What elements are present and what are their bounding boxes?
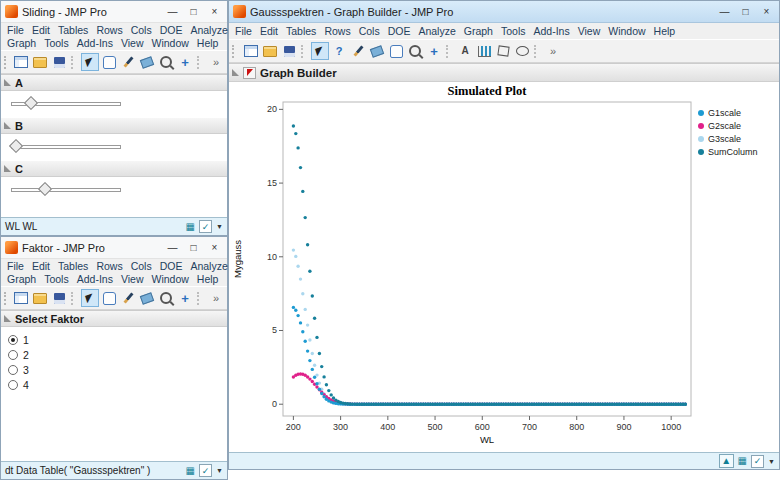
minimize-button[interactable]: —: [162, 240, 183, 255]
close-button[interactable]: ×: [204, 4, 225, 19]
disclosure-triangle-icon[interactable]: [4, 79, 11, 86]
panel-header-a[interactable]: A: [1, 75, 227, 91]
menu-view[interactable]: View: [117, 273, 148, 286]
overflow-tool-icon[interactable]: »: [207, 53, 225, 71]
open-tool-icon[interactable]: [31, 289, 49, 307]
overflow-tool-icon[interactable]: »: [207, 289, 225, 307]
radio-icon[interactable]: [8, 365, 18, 375]
y-axis-label[interactable]: Mygauss: [232, 240, 243, 278]
slider-thumb[interactable]: [9, 139, 23, 153]
menu-edit[interactable]: Edit: [28, 260, 54, 273]
menu-window[interactable]: Window: [604, 24, 649, 39]
arrow-tool-icon[interactable]: ◤: [81, 53, 99, 71]
radio-option-2[interactable]: 2: [8, 347, 227, 362]
brush-tool-icon[interactable]: [349, 42, 367, 60]
menu-rows[interactable]: Rows: [92, 260, 126, 273]
menu-addins[interactable]: Add-Ins: [73, 273, 117, 286]
menu-window[interactable]: Window: [147, 273, 192, 286]
grabber-tool-icon[interactable]: [387, 42, 405, 60]
menu-cols[interactable]: Cols: [127, 24, 156, 37]
eraser-tool-icon[interactable]: [138, 53, 156, 71]
menu-help[interactable]: Help: [193, 37, 223, 50]
new-data-table-tool-icon[interactable]: [12, 289, 30, 307]
open-tool-icon[interactable]: [31, 53, 49, 71]
menu-graph[interactable]: Graph: [460, 24, 497, 39]
menu-rows[interactable]: Rows: [92, 24, 126, 37]
brush-tool-icon[interactable]: [119, 289, 137, 307]
select-faktor-header[interactable]: Select Faktor: [1, 311, 227, 327]
menu-analyze[interactable]: Analyze: [186, 24, 231, 37]
legend-item-G1scale[interactable]: G1scale: [698, 108, 741, 118]
menu-addins[interactable]: Add-Ins: [73, 37, 117, 50]
maximize-button[interactable]: □: [183, 240, 204, 255]
checkbox-checked-icon[interactable]: ✓: [199, 220, 212, 233]
graph-builder-header[interactable]: Graph Builder: [229, 64, 779, 82]
legend-item-G2scale[interactable]: G2scale: [698, 121, 741, 131]
grabber-tool-icon[interactable]: [100, 53, 118, 71]
menu-addins[interactable]: Add-Ins: [529, 24, 573, 39]
menu-doe[interactable]: DOE: [156, 24, 187, 37]
save-tool-icon[interactable]: [50, 289, 68, 307]
magnifier-tool-icon[interactable]: [157, 289, 175, 307]
panel-header-c[interactable]: C: [1, 161, 227, 177]
save-tool-icon[interactable]: [280, 42, 298, 60]
table-icon[interactable]: ▦: [738, 456, 747, 466]
menu-tables[interactable]: Tables: [54, 24, 92, 37]
menu-doe[interactable]: DOE: [156, 260, 187, 273]
toolbar-grip[interactable]: [4, 56, 8, 69]
caret-down-icon[interactable]: ▼: [216, 223, 223, 230]
menu-doe[interactable]: DOE: [384, 24, 415, 39]
menu-cols[interactable]: Cols: [355, 24, 384, 39]
menu-graph[interactable]: Graph: [3, 37, 40, 50]
eraser-tool-icon[interactable]: [138, 289, 156, 307]
maximize-button[interactable]: □: [183, 4, 204, 19]
menu-view[interactable]: View: [117, 37, 148, 50]
maximize-button[interactable]: □: [735, 4, 756, 19]
disclosure-triangle-icon[interactable]: [232, 69, 239, 76]
help-tool-icon[interactable]: ?: [330, 42, 348, 60]
menu-edit[interactable]: Edit: [28, 24, 54, 37]
menu-file[interactable]: File: [3, 260, 28, 273]
disclosure-triangle-icon[interactable]: [4, 165, 11, 172]
sliding-titlebar[interactable]: Sliding - JMP Pro —□×: [1, 1, 227, 23]
slider-thumb[interactable]: [38, 182, 52, 196]
radio-icon[interactable]: [8, 350, 18, 360]
plot-area[interactable]: [283, 102, 691, 416]
checkbox-checked-icon[interactable]: ✓: [751, 455, 764, 468]
toolbar-grip[interactable]: [4, 292, 8, 305]
menu-view[interactable]: View: [574, 24, 605, 39]
legend-item-G3scale[interactable]: G3scale: [698, 134, 741, 144]
table-icon[interactable]: ▦: [186, 466, 195, 476]
panel-header-b[interactable]: B: [1, 118, 227, 134]
menu-cols[interactable]: Cols: [127, 260, 156, 273]
menu-edit[interactable]: Edit: [256, 24, 282, 39]
simulated-plot-chart[interactable]: Simulated Plot20030040050060070080090010…: [229, 82, 779, 452]
menu-rows[interactable]: Rows: [320, 24, 354, 39]
polygon-tool-icon[interactable]: [494, 42, 512, 60]
toolbar-grip[interactable]: [232, 45, 238, 58]
annotate-tool-icon[interactable]: A: [456, 42, 474, 60]
faktor-titlebar[interactable]: Faktor - JMP Pro —□×: [1, 237, 227, 259]
magnifier-tool-icon[interactable]: [406, 42, 424, 60]
radio-icon[interactable]: [8, 335, 18, 345]
expand-icon[interactable]: ▲: [719, 454, 734, 468]
crosshair-tool-icon[interactable]: +: [176, 289, 194, 307]
slider-thumb[interactable]: [24, 96, 38, 110]
radio-icon[interactable]: [8, 380, 18, 390]
open-tool-icon[interactable]: [261, 42, 279, 60]
arrow-tool-icon[interactable]: ◤: [311, 42, 329, 60]
radio-option-4[interactable]: 4: [8, 377, 227, 392]
new-data-table-tool-icon[interactable]: [242, 42, 260, 60]
overflow-tool-icon[interactable]: »: [544, 42, 562, 60]
disclosure-triangle-icon[interactable]: [4, 122, 11, 129]
menu-tables[interactable]: Tables: [54, 260, 92, 273]
radio-option-3[interactable]: 3: [8, 362, 227, 377]
menu-analyze[interactable]: Analyze: [414, 24, 459, 39]
crosshair-tool-icon[interactable]: +: [176, 53, 194, 71]
menu-tools[interactable]: Tools: [497, 24, 530, 39]
minimize-button[interactable]: —: [162, 4, 183, 19]
menu-tables[interactable]: Tables: [282, 24, 320, 39]
menu-graph[interactable]: Graph: [3, 273, 40, 286]
caret-down-icon[interactable]: ▼: [216, 467, 223, 474]
crosshair-tool-icon[interactable]: +: [425, 42, 443, 60]
